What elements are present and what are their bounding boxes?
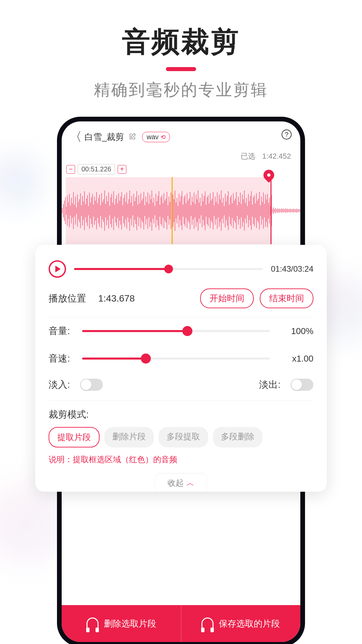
position-label: 播放位置 <box>49 292 86 305</box>
bottom-bar: 删除选取片段 保存选取的片段 <box>62 605 300 642</box>
waveform[interactable] <box>62 177 300 244</box>
loop-icon: ⟲ <box>161 133 166 141</box>
selection-label: 已选 <box>241 152 255 160</box>
selection-info: 已选 1:42.452 <box>62 150 300 164</box>
position-row: 播放位置 1:43.678 开始时间 结束时间 <box>49 282 313 317</box>
start-time-button[interactable]: 开始时间 <box>200 288 254 308</box>
playback-cursor[interactable] <box>172 177 173 244</box>
mode-pills: 提取片段 删除片段 多段提取 多段删除 <box>49 427 313 454</box>
hero: 音频裁剪 精确到毫秒的专业剪辑 <box>0 0 362 101</box>
app-header: 〈 白雪_裁剪 wav ⟲ ? <box>62 121 300 150</box>
speed-fill <box>82 358 146 360</box>
fade-in-toggle[interactable] <box>80 379 103 391</box>
speed-value: x1.00 <box>280 354 313 364</box>
speed-thumb[interactable] <box>141 354 151 364</box>
volume-thumb[interactable] <box>182 326 192 336</box>
playback-row: 01:43/03:24 <box>49 256 313 282</box>
volume-value: 100% <box>280 326 313 336</box>
progress-thumb[interactable] <box>164 265 173 273</box>
play-button[interactable] <box>49 260 66 278</box>
time-plus-button[interactable]: + <box>118 165 126 174</box>
selection-duration: 1:42.452 <box>262 152 291 160</box>
hero-subtitle: 精确到毫秒的专业剪辑 <box>0 79 362 101</box>
progress-track[interactable] <box>74 268 263 270</box>
mode-delete[interactable]: 删除片段 <box>104 427 154 447</box>
save-selection-button[interactable]: 保存选取的片段 <box>181 605 301 642</box>
selection-end-line <box>270 177 272 244</box>
selection-end-handle[interactable] <box>263 170 274 180</box>
collapse-tab-wrap: 收起 ︿ <box>49 475 313 492</box>
volume-slider[interactable] <box>82 330 270 332</box>
collapse-button[interactable]: 收起 ︿ <box>156 474 206 492</box>
mode-multi-delete[interactable]: 多段删除 <box>213 427 262 447</box>
mode-extract[interactable]: 提取片段 <box>49 427 100 447</box>
format-pill[interactable]: wav ⟲ <box>142 132 170 142</box>
volume-row: 音量: 100% <box>49 317 313 345</box>
save-label: 保存选取的片段 <box>219 618 280 630</box>
delete-selection-button[interactable]: 删除选取片段 <box>62 605 181 642</box>
speed-row: 音速: x1.00 <box>49 345 313 372</box>
speed-label: 音速: <box>49 352 82 365</box>
hero-title: 音频裁剪 <box>0 23 362 61</box>
mode-note: 说明：提取框选区域（红色）的音频 <box>49 454 313 475</box>
speed-slider[interactable] <box>82 358 270 360</box>
position-value: 1:43.678 <box>98 293 135 304</box>
waveform-svg <box>62 177 300 244</box>
hero-underline <box>166 67 196 71</box>
mode-title: 裁剪模式: <box>49 401 313 427</box>
volume-fill <box>82 330 187 332</box>
format-label: wav <box>146 133 159 141</box>
bg-decor <box>0 154 44 208</box>
fade-row: 淡入: 淡出: <box>49 372 313 400</box>
fade-out-label: 淡出: <box>259 378 281 391</box>
playback-time: 01:43/03:24 <box>271 264 313 274</box>
end-time-button[interactable]: 结束时间 <box>260 288 313 308</box>
fade-in-label: 淡入: <box>49 378 70 391</box>
headphone-icon <box>86 618 99 630</box>
time-minus-button[interactable]: − <box>66 165 75 174</box>
controls-panel: 01:43/03:24 播放位置 1:43.678 开始时间 结束时间 音量: … <box>35 245 327 492</box>
edit-icon[interactable] <box>129 133 136 142</box>
time-chip[interactable]: 00:51.226 <box>78 164 115 174</box>
chevron-up-icon: ︿ <box>186 478 194 488</box>
collapse-label: 收起 <box>168 478 184 488</box>
delete-label: 删除选取片段 <box>104 618 156 630</box>
progress-fill <box>74 268 169 270</box>
help-icon[interactable]: ? <box>282 129 292 140</box>
mode-multi-extract[interactable]: 多段提取 <box>159 427 208 447</box>
fade-out-toggle[interactable] <box>291 379 313 391</box>
volume-label: 音量: <box>49 325 82 337</box>
file-name: 白雪_裁剪 <box>84 131 124 143</box>
back-icon[interactable]: 〈 <box>70 129 82 145</box>
headphone-icon <box>201 618 214 630</box>
